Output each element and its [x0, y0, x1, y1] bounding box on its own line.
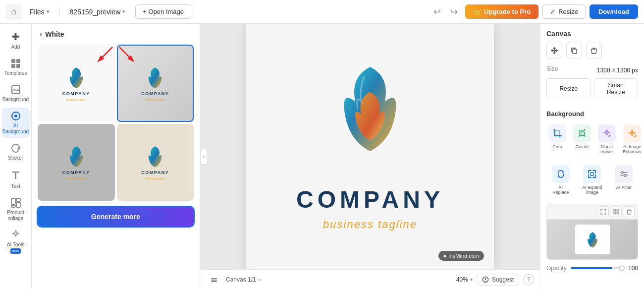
- filename-chevron-icon: ▾: [122, 8, 125, 15]
- templates-icon: [10, 58, 21, 69]
- logo-flame: [321, 62, 420, 181]
- files-menu[interactable]: Files ▾: [26, 6, 54, 18]
- magic-eraser-tool[interactable]: Magiceraser: [596, 122, 618, 156]
- add-label: Add: [11, 44, 20, 50]
- collapse-panel-button[interactable]: ‹: [200, 149, 207, 165]
- zoom-value: 40%: [456, 276, 468, 283]
- bg-grid-container: COMPANY business tagline: [32, 43, 200, 203]
- sidebar-item-sticker[interactable]: Sticker: [2, 140, 30, 164]
- canvas-copy-button[interactable]: [566, 43, 582, 58]
- bg-item-2[interactable]: COMPANY business tagline: [117, 45, 194, 122]
- files-label: Files: [30, 8, 45, 16]
- templates-label: Templates: [4, 70, 27, 76]
- thumb-grid-button[interactable]: [611, 206, 622, 217]
- resize-size-button[interactable]: Resize: [546, 78, 591, 99]
- upgrade-button[interactable]: 👑 Upgrade to Pro: [465, 4, 538, 19]
- filename-button[interactable]: 825159_preview ▾: [66, 6, 130, 18]
- ai-expand-image-icon: [583, 165, 601, 183]
- mini-tagline-1: business tagline: [66, 98, 86, 101]
- undo-button[interactable]: ↩: [429, 4, 444, 19]
- mini-tagline-4: business tagline: [146, 177, 165, 180]
- sidebar-item-text[interactable]: T Text: [2, 166, 30, 192]
- crop-tool[interactable]: Crop: [546, 122, 568, 156]
- ai-background-label: AIBackground: [2, 123, 29, 135]
- insmind-label: insMind.com: [448, 253, 479, 259]
- background-panel: ‹ White COMPANY: [32, 24, 200, 289]
- bg-item-4[interactable]: COMPANY business tagline: [117, 124, 194, 201]
- expand-icon: »: [258, 277, 261, 283]
- right-panel-title: Canvas: [546, 30, 638, 38]
- sidebar-item-background[interactable]: Background: [2, 81, 30, 106]
- logo-preview-1: COMPANY business tagline: [39, 46, 114, 121]
- bg-item-3[interactable]: COMPANY business tagline: [38, 124, 115, 201]
- bg-panel-header: ‹ White: [32, 24, 200, 43]
- ai-image-enhancer-icon: [623, 124, 641, 142]
- help-button[interactable]: ?: [523, 274, 534, 285]
- ai-replace-tool[interactable]: AIReplace: [546, 163, 575, 197]
- mini-tagline-3: business tagline: [66, 177, 86, 180]
- smart-resize-button[interactable]: Smart Resize: [594, 78, 639, 99]
- logo-company-text: COMPANY: [296, 186, 444, 213]
- resize-icon: ⤢: [550, 8, 555, 15]
- thumb-expand-button[interactable]: [598, 206, 609, 217]
- svg-rect-1: [16, 59, 20, 63]
- canvas-move-button[interactable]: [546, 43, 562, 58]
- canvas-image: COMPANY business tagline ● insMind.com: [246, 24, 494, 269]
- thumb-logo-flame: [585, 231, 600, 248]
- text-label: Text: [11, 183, 20, 189]
- topbar-divider: [59, 7, 60, 17]
- mini-company-3: COMPANY: [62, 170, 90, 175]
- svg-rect-3: [16, 64, 20, 68]
- grid-icon: [613, 209, 619, 215]
- insmind-icon: ●: [443, 253, 447, 259]
- svg-rect-20: [573, 49, 577, 54]
- redo-button[interactable]: ↪: [446, 4, 461, 19]
- ai-expand-image-tool[interactable]: AI expandimage: [578, 163, 607, 197]
- move-icon: [550, 47, 558, 55]
- insmind-watermark: ● insMind.com: [438, 251, 484, 261]
- svg-rect-26: [614, 209, 616, 211]
- svg-rect-28: [614, 212, 616, 214]
- resize-button[interactable]: ⤢ Resize: [542, 4, 586, 19]
- suggest-label: Suggest: [492, 276, 514, 283]
- svg-rect-7: [11, 198, 15, 204]
- home-icon: ⌂: [11, 6, 17, 17]
- back-arrow-icon[interactable]: ‹: [40, 30, 42, 39]
- bg-item-1[interactable]: COMPANY business tagline: [38, 45, 115, 122]
- zoom-chevron-icon: ▾: [470, 277, 473, 282]
- layers-button[interactable]: [206, 274, 222, 286]
- svg-rect-23: [590, 173, 593, 175]
- suggest-button[interactable]: Suggest: [477, 274, 519, 286]
- bg-grid: COMPANY business tagline: [32, 43, 200, 203]
- open-image-label: + Open Image: [143, 8, 184, 15]
- open-image-button[interactable]: + Open Image: [135, 4, 191, 19]
- canvas-container: COMPANY business tagline ● insMind.com: [200, 24, 540, 269]
- svg-point-6: [14, 115, 17, 117]
- background-label: Background: [2, 97, 29, 103]
- left-sidebar: ✚ Add Templates Background AIBackground …: [0, 24, 32, 289]
- generate-more-button[interactable]: Generate more: [38, 207, 194, 227]
- logo-preview-3: COMPANY business tagline: [39, 125, 114, 200]
- download-button[interactable]: Download: [590, 4, 638, 19]
- sidebar-item-product-collage[interactable]: Productcollage: [2, 194, 30, 225]
- canvas-name: Canvas 1/1: [226, 276, 256, 283]
- sidebar-item-ai-tools[interactable]: AI Tools new: [2, 227, 30, 257]
- canvas-bottom-bar: Canvas 1/1 » 40% ▾ Suggest ?: [200, 269, 540, 289]
- logo-preview-2: COMPANY business tagline: [118, 46, 193, 121]
- thumb-delete-button[interactable]: [624, 206, 635, 217]
- canvas-delete-button[interactable]: [586, 43, 602, 58]
- ai-image-enhancer-tool[interactable]: AI ImageEnhancer: [621, 122, 644, 156]
- sidebar-item-ai-background[interactable]: AIBackground: [2, 108, 30, 138]
- sidebar-item-templates[interactable]: Templates: [2, 55, 30, 79]
- opacity-slider-thumb[interactable]: [619, 265, 625, 271]
- generate-more-label: Generate more: [91, 213, 140, 221]
- cutout-icon: [573, 124, 591, 142]
- home-button[interactable]: ⌂: [6, 4, 22, 20]
- opacity-slider[interactable]: [571, 267, 622, 269]
- thumb-preview-body: [547, 220, 638, 259]
- ai-filter-tool[interactable]: AI Filter: [609, 163, 638, 197]
- sidebar-item-add[interactable]: ✚ Add: [2, 28, 30, 53]
- cutout-tool[interactable]: Cutout: [571, 122, 593, 156]
- canvas-bottom-left: Canvas 1/1 »: [206, 274, 261, 286]
- upgrade-icon: 👑: [473, 8, 481, 15]
